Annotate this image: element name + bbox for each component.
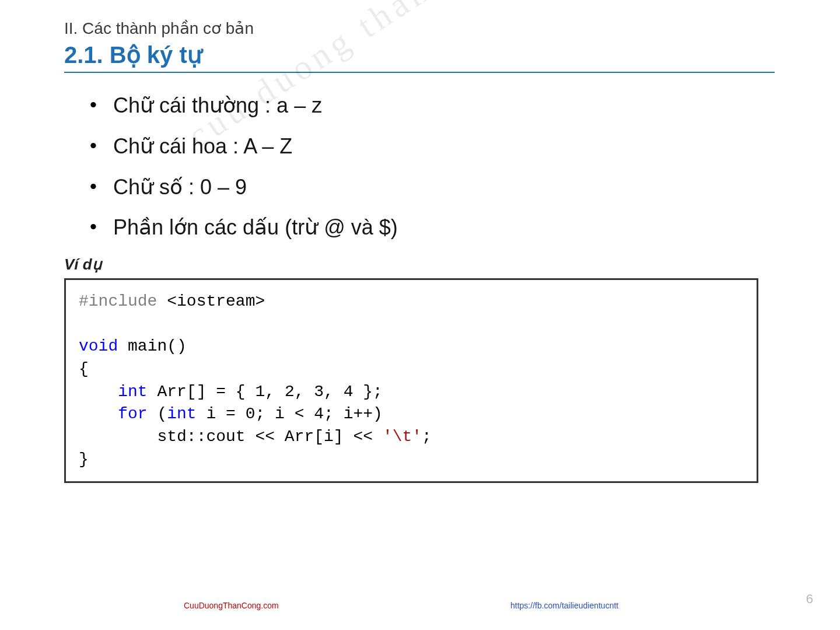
breadcrumb: II. Các thành phần cơ bản xyxy=(64,19,776,38)
code-text: std::cout << Arr[i] << xyxy=(157,428,382,446)
list-item: Phần lớn các dấu (trừ @ và $) xyxy=(88,211,776,244)
code-text: { xyxy=(79,360,89,378)
footer-right-link[interactable]: https://fb.com/tailieudientucntt xyxy=(510,601,618,610)
code-text: ; xyxy=(422,428,432,446)
code-keyword: int xyxy=(118,383,147,401)
code-indent xyxy=(79,428,157,446)
code-keyword: int xyxy=(167,405,196,423)
code-text: Arr[] = { 1, 2, 3, 4 }; xyxy=(148,383,383,401)
footer-left-link[interactable]: CuuDuongThanCong.com xyxy=(184,601,279,610)
code-text: ( xyxy=(148,405,167,423)
code-text: } xyxy=(79,450,89,468)
code-text: i = 0; i < 4; i++) xyxy=(197,405,383,423)
code-text: main() xyxy=(118,337,187,355)
code-indent xyxy=(79,405,118,423)
bullet-list: Chữ cái thường : a – z Chữ cái hoa : A –… xyxy=(88,89,776,244)
slide: cuu duong than cong . com II. Các thành … xyxy=(0,0,840,630)
code-text: <iostream> xyxy=(157,292,265,310)
section-title: 2.1. Bộ ký tự xyxy=(64,41,775,73)
list-item: Chữ cái thường : a – z xyxy=(88,89,776,122)
code-keyword: for xyxy=(118,405,147,423)
code-indent xyxy=(79,383,118,401)
example-label: Ví dụ xyxy=(64,256,776,274)
page-number: 6 xyxy=(806,592,813,607)
list-item: Chữ số : 0 – 9 xyxy=(88,171,776,204)
code-keyword: void xyxy=(79,337,118,355)
code-example: #include <iostream> void main() { int Ar… xyxy=(64,278,758,483)
list-item: Chữ cái hoa : A – Z xyxy=(88,130,776,163)
code-char-literal: '\t' xyxy=(383,428,422,446)
code-preprocessor: #include xyxy=(79,292,157,310)
